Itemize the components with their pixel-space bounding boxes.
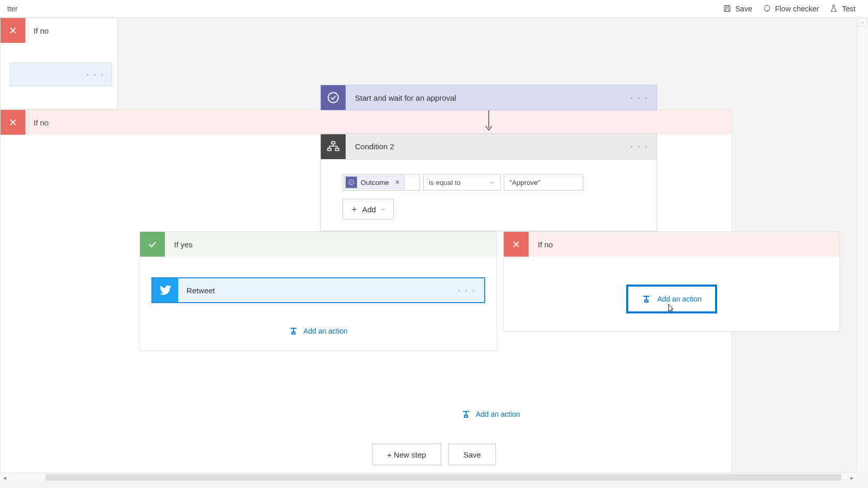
action-approval[interactable]: Start and wait for an approval · · · [320,85,657,111]
chevron-down-icon [380,207,386,212]
approval-icon [321,85,346,110]
save-label: Save [735,5,752,13]
add-action-label: Add an action [303,327,348,335]
condition-card[interactable]: Condition 2 · · · Outcome ✕ is equal to [320,133,657,231]
new-step-button[interactable]: + New step [372,444,441,465]
vertical-scrollbar[interactable] [857,18,868,473]
more-icon[interactable]: · · · [630,92,657,103]
more-icon[interactable]: · · · [86,69,104,80]
test-label: Test [842,5,856,13]
footer-buttons: + New step Save [0,444,868,465]
scroll-right-arrow[interactable]: ► [847,473,857,482]
svg-rect-11 [335,148,339,150]
svg-rect-2 [725,9,729,11]
connector-arrow [488,112,489,129]
condition-icon [321,134,346,159]
add-action-icon [289,327,298,335]
add-action-label: Add an action [476,410,520,418]
branch-label: If no [25,26,49,35]
top-toolbar: tter Save Flow checker Test [0,0,868,18]
horizontal-scrollbar[interactable]: ◄ ► [0,473,857,482]
svg-rect-10 [328,148,331,150]
close-icon [1,18,25,43]
save-icon [723,4,732,13]
more-icon[interactable]: · · · [458,285,484,296]
flow-title: tter [7,5,18,13]
add-action-no-highlighted[interactable]: Add an action [626,285,717,313]
outcome-token-icon [346,177,357,188]
flow-checker-label: Flow checker [775,5,819,13]
collapsed-action-card[interactable]: · · · [10,62,112,86]
if-yes-label: If yes [165,240,193,249]
flow-canvas[interactable]: If no · · · If no Start and wait for an … [0,18,856,473]
add-action-icon [642,295,651,303]
scroll-left-arrow[interactable]: ◄ [0,473,9,482]
branch-if-yes: If yes Retweet · · · Add an action [140,231,497,351]
add-label: Add [362,205,376,214]
svg-rect-21 [464,415,468,417]
chevron-down-icon [489,180,495,185]
flow-checker-button[interactable]: Flow checker [757,2,824,15]
operator-label: is equal to [429,179,461,186]
footer-save-button[interactable]: Save [448,444,496,465]
svg-rect-18 [645,300,648,302]
close-icon [1,110,25,135]
test-icon [829,4,838,13]
add-action-label: Add an action [657,295,702,303]
close-icon [504,232,529,257]
operator-select[interactable]: is equal to [423,174,501,191]
check-icon [140,232,165,257]
branch-label: If no [25,118,49,127]
twitter-icon [152,278,178,302]
plus-icon [350,206,358,213]
if-no-label: If no [529,240,553,249]
save-button[interactable]: Save [718,2,757,15]
svg-point-3 [328,92,338,103]
action-retweet[interactable]: Retweet · · · [151,277,485,303]
condition-left-operand[interactable]: Outcome ✕ [343,174,420,191]
branch-if-no-inner: If no Add an action [503,231,840,332]
condition-value-input[interactable] [504,174,583,191]
flow-checker-icon [763,4,771,13]
add-action-bottom[interactable]: Add an action [461,410,520,418]
scroll-up-arrow[interactable] [859,19,867,26]
more-icon[interactable]: · · · [630,141,657,152]
token-label: Outcome [361,179,389,186]
add-action-yes[interactable]: Add an action [151,303,485,335]
svg-rect-15 [292,332,295,334]
approval-label: Start and wait for an approval [346,93,630,102]
add-action-icon [461,410,471,418]
test-button[interactable]: Test [824,2,861,15]
condition-label: Condition 2 [346,142,630,151]
cursor-icon [665,303,675,314]
add-condition-button[interactable]: Add [343,199,394,219]
svg-rect-1 [726,6,729,8]
retweet-label: Retweet [178,286,458,295]
remove-token-icon[interactable]: ✕ [393,179,400,186]
svg-rect-5 [332,141,335,144]
branch-if-no-previous: If no · · · [0,18,118,109]
scroll-thumb[interactable] [45,474,841,481]
